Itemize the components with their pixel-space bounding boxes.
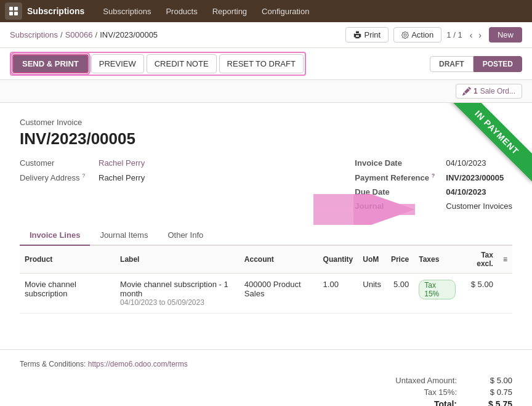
tab-invoice-lines[interactable]: Invoice Lines [20, 225, 90, 246]
print-icon [353, 31, 361, 39]
invoice-date-value: 04/10/2023 [446, 158, 486, 168]
status-draft[interactable]: DRAFT [430, 56, 474, 72]
app-name: Subscriptions [27, 6, 84, 16]
customer-label: Customer [20, 158, 94, 168]
due-date-value: 04/10/2023 [446, 187, 486, 197]
preview-button[interactable]: PREVIEW [91, 54, 144, 73]
action-bar: SEND & PRINT PREVIEW CREDIT NOTE RESET T… [0, 48, 532, 80]
col-quantity: Quantity [318, 246, 358, 274]
cell-taxes: Tax 15% [414, 274, 461, 314]
total-label: Total: [371, 399, 457, 406]
next-button[interactable]: › [476, 29, 484, 41]
payment-reference-row: Payment Reference ? INV/2023/00005 [355, 173, 512, 182]
untaxed-value: $ 5.00 [469, 376, 512, 385]
tax-value: $ 0.75 [469, 388, 512, 397]
table-header: Product Label Account Quantity UoM Price… [20, 246, 512, 274]
tabs-bar: Invoice Lines Journal Items Other Info [20, 225, 512, 246]
label-line2: 04/10/2023 to 05/09/2023 [120, 298, 235, 307]
delivery-address-row: Delivery Address ? Rachel Perry [20, 173, 145, 182]
cell-label: Movie channel subscription - 1 month 04/… [115, 274, 240, 314]
table-row: Movie channel subscription Movie channel… [20, 274, 512, 314]
total-value: $ 5.75 [469, 399, 512, 406]
untaxed-row: Untaxed Amount: $ 5.00 [371, 376, 512, 385]
col-price: Price [386, 246, 414, 274]
status-pills: DRAFT POSTED [430, 56, 522, 72]
nav-arrows: ‹ › [467, 29, 484, 41]
pink-arrow [313, 194, 424, 225]
journal-value: Customer Invoices [446, 201, 512, 211]
invoice-type-label: Customer Invoice [20, 118, 512, 127]
gear-icon [401, 31, 409, 39]
breadcrumb-s00066[interactable]: S00066 [65, 30, 93, 39]
print-button[interactable]: Print [345, 27, 389, 43]
tax-badge: Tax 15% [419, 280, 456, 299]
breadcrumb-sep-1: / [60, 30, 63, 39]
tab-journal-items[interactable]: Journal Items [90, 225, 158, 246]
terms-line: Terms & Conditions: https://demo6.odoo.c… [20, 360, 512, 368]
prev-button[interactable]: ‹ [467, 29, 475, 41]
svg-rect-3 [14, 12, 18, 15]
svg-rect-2 [9, 12, 13, 15]
nav-configuration[interactable]: Configuration [256, 4, 315, 18]
app-grid-icon[interactable] [5, 2, 22, 20]
col-reorder: ≡ [498, 246, 512, 274]
nav-products[interactable]: Products [159, 4, 203, 18]
delivery-address-superscript[interactable]: ? [82, 173, 85, 179]
tax-row: Tax 15%: $ 0.75 [371, 388, 512, 397]
breadcrumb-subscriptions[interactable]: Subscriptions [10, 30, 58, 39]
cell-uom: Units [358, 274, 386, 314]
totals-area: Untaxed Amount: $ 5.00 Tax 15%: $ 0.75 T… [20, 376, 512, 406]
header-actions: Print Action 1 / 1 ‹ › New [345, 27, 522, 43]
edit-icon [462, 87, 471, 95]
delivery-address-label: Delivery Address ? [20, 173, 94, 182]
nav-subscriptions[interactable]: Subscriptions [97, 4, 157, 18]
cell-product: Movie channel subscription [20, 274, 115, 314]
cell-account: 400000 Product Sales [240, 274, 318, 314]
send-print-button[interactable]: SEND & PRINT [12, 54, 89, 73]
action-button[interactable]: Action [393, 27, 441, 43]
svg-rect-0 [9, 7, 13, 10]
payment-reference-superscript[interactable]: ? [432, 173, 435, 179]
invoice-header: Customer Invoice INV/2023/00005 Customer… [20, 118, 512, 211]
sale-orders-count: 1 [474, 87, 478, 95]
status-posted[interactable]: POSTED [474, 56, 522, 72]
new-button[interactable]: New [489, 27, 522, 43]
total-row: Total: $ 5.75 [371, 399, 512, 406]
invoice-number: INV/2023/00005 [20, 129, 512, 148]
totals-table: Untaxed Amount: $ 5.00 Tax 15%: $ 0.75 T… [371, 376, 512, 406]
primary-actions-box: SEND & PRINT PREVIEW CREDIT NOTE RESET T… [10, 52, 306, 76]
invoice-date-label: Invoice Date [355, 158, 441, 168]
breadcrumb: Subscriptions / S00066 / INV/2023/00005 [10, 30, 158, 39]
tab-other-info[interactable]: Other Info [158, 225, 213, 246]
credit-note-button[interactable]: CREDIT NOTE [147, 54, 217, 73]
meta-left: Customer Rachel Perry Delivery Address ?… [20, 158, 145, 211]
cell-price: 5.00 [386, 274, 414, 314]
untaxed-label: Untaxed Amount: [371, 376, 457, 385]
top-nav: Subscriptions Subscriptions Products Rep… [0, 0, 532, 22]
label-line1: Movie channel subscription - 1 month [120, 280, 235, 298]
breadcrumb-sep-2: / [95, 30, 98, 39]
cell-reorder [498, 274, 512, 314]
svg-rect-1 [14, 7, 18, 10]
sale-orders-smart-button[interactable]: 1 Sale Ord... [456, 84, 522, 99]
breadcrumb-current: INV/2023/00005 [100, 30, 158, 39]
invoice-date-row: Invoice Date 04/10/2023 [355, 158, 512, 168]
print-label: Print [364, 30, 381, 39]
invoice-meta: Customer Rachel Perry Delivery Address ?… [20, 158, 512, 211]
main-content: IN PAYMENT Customer Invoice INV/2023/000… [0, 103, 532, 349]
tax-label: Tax 15%: [371, 388, 457, 397]
sale-orders-label: Sale Ord... [480, 87, 515, 95]
reset-to-draft-button[interactable]: RESET TO DRAFT [219, 54, 304, 73]
nav-reporting[interactable]: Reporting [206, 4, 253, 18]
cell-tax-excl: $ 5.00 [461, 274, 498, 314]
left-actions: SEND & PRINT PREVIEW CREDIT NOTE RESET T… [10, 52, 306, 76]
payment-reference-label: Payment Reference ? [355, 173, 441, 182]
terms-link[interactable]: https://demo6.odoo.com/terms [88, 360, 188, 368]
invoice-table: Product Label Account Quantity UoM Price… [20, 246, 512, 314]
customer-value[interactable]: Rachel Perry [99, 158, 145, 168]
delivery-address-value: Rachel Perry [99, 173, 145, 182]
col-tax-excl: Tax excl. [461, 246, 498, 274]
col-uom: UoM [358, 246, 386, 274]
action-label: Action [411, 30, 433, 39]
customer-row: Customer Rachel Perry [20, 158, 145, 168]
